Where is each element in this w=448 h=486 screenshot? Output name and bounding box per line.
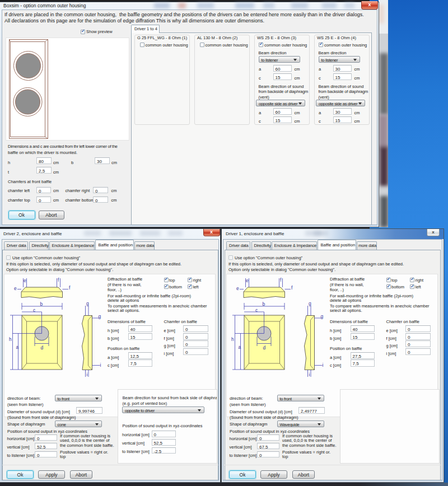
svg-text:f: f — [280, 277, 282, 283]
svg-text:f: f — [58, 277, 59, 283]
svg-text:g: g — [99, 314, 101, 319]
svg-text:f: f — [291, 285, 293, 291]
svg-text:a: a — [16, 344, 19, 350]
svg-text:e: e — [246, 278, 249, 283]
svg-text:g: g — [321, 314, 324, 319]
svg-text:i: i — [309, 372, 310, 377]
svg-text:d: d — [263, 345, 266, 351]
svg-text:i: i — [87, 372, 88, 377]
svg-text:b: b — [40, 301, 43, 307]
svg-text:d: d — [41, 345, 44, 351]
svg-text:e: e — [24, 278, 26, 283]
svg-text:h: h — [9, 337, 12, 342]
svg-text:b: b — [263, 301, 265, 307]
svg-text:g: g — [86, 301, 89, 306]
svg-text:f: f — [69, 285, 71, 291]
svg-text:h: h — [231, 337, 234, 342]
svg-text:i: i — [100, 362, 101, 368]
svg-text:g: g — [309, 301, 311, 306]
svg-text:i: i — [323, 362, 324, 368]
svg-text:a: a — [239, 344, 241, 350]
svg-text:e: e — [14, 286, 17, 291]
svg-text:e: e — [236, 286, 239, 291]
